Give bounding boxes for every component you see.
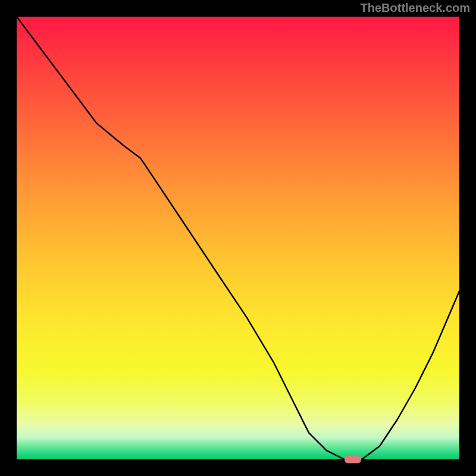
- bottleneck-curve: [17, 17, 459, 459]
- plot-area: [17, 17, 459, 459]
- watermark-text: TheBottleneck.com: [361, 1, 470, 15]
- curve-svg: [17, 17, 459, 459]
- optimal-point-marker: [345, 456, 361, 464]
